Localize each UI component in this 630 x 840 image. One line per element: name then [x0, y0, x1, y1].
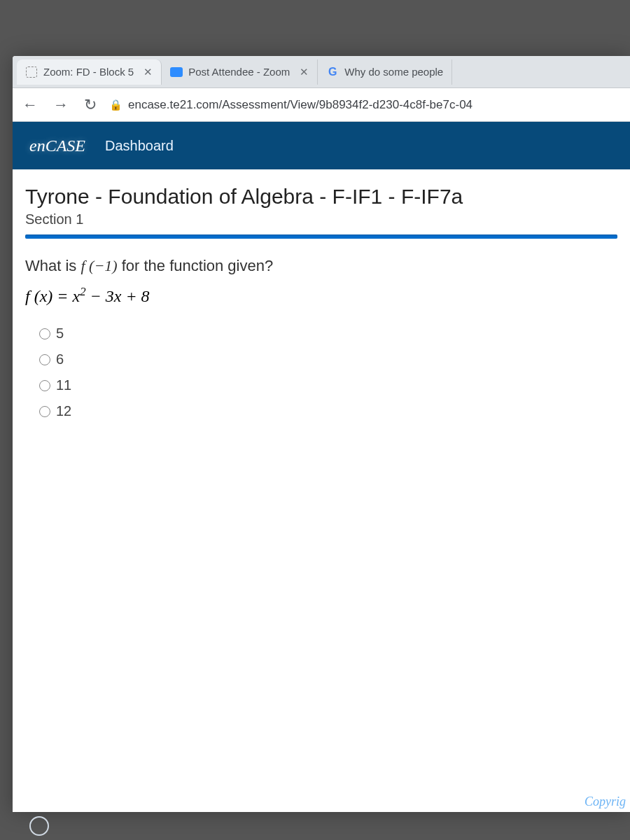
question-formula: f (x) = x2 − 3x + 8 — [25, 285, 617, 306]
close-icon[interactable]: ✕ — [144, 66, 153, 78]
radio-icon — [39, 328, 50, 340]
browser-toolbar: ← → ↻ 🔒 encase.te21.com/Assessment/View/… — [13, 88, 630, 122]
section-label: Section 1 — [25, 211, 617, 227]
google-icon: G — [326, 66, 339, 78]
answer-option-2[interactable]: 11 — [39, 377, 617, 393]
page-title: Tyrone - Foundation of Algebra - F-IF1 -… — [25, 185, 617, 209]
cortana-icon[interactable] — [29, 816, 49, 836]
tab-title: Zoom: FD - Block 5 — [43, 66, 134, 78]
answer-options: 5 6 11 12 — [25, 326, 617, 419]
browser-tab-2[interactable]: G Why do some people — [318, 59, 452, 85]
option-label: 12 — [56, 403, 71, 419]
browser-tab-1[interactable]: Post Attendee - Zoom ✕ — [162, 59, 318, 85]
answer-option-1[interactable]: 6 — [39, 351, 617, 368]
radio-icon — [39, 380, 50, 391]
radio-icon — [39, 354, 50, 365]
option-label: 5 — [56, 326, 64, 342]
copyright-text: Copyrig — [580, 792, 630, 812]
video-icon — [170, 66, 183, 78]
browser-tab-0[interactable]: Zoom: FD - Block 5 ✕ — [17, 59, 162, 85]
forward-button[interactable]: → — [50, 93, 71, 117]
tab-title: Why do some people — [344, 66, 443, 78]
tab-title: Post Attendee - Zoom — [188, 66, 290, 78]
app-logo[interactable]: enCASE — [29, 136, 85, 155]
question-text: What is f (−1) for the function given? — [25, 257, 617, 275]
back-button[interactable]: ← — [20, 93, 41, 117]
option-label: 6 — [56, 351, 64, 368]
lock-icon: 🔒 — [109, 99, 122, 111]
radio-icon — [39, 406, 50, 417]
answer-option-0[interactable]: 5 — [39, 326, 617, 342]
answer-option-3[interactable]: 12 — [39, 403, 617, 419]
zoom-dashed-icon — [25, 66, 38, 78]
app-header: enCASE Dashboard — [13, 122, 630, 169]
browser-tabstrip: Zoom: FD - Block 5 ✕ Post Attendee - Zoo… — [13, 56, 630, 88]
nav-dashboard[interactable]: Dashboard — [105, 138, 174, 154]
close-icon[interactable]: ✕ — [300, 66, 309, 78]
reload-button[interactable]: ↻ — [81, 93, 99, 117]
address-bar[interactable]: 🔒 encase.te21.com/Assessment/View/9b8934… — [109, 98, 623, 112]
assessment-content: Tyrone - Foundation of Algebra - F-IF1 -… — [13, 169, 630, 419]
section-divider — [25, 234, 617, 239]
option-label: 11 — [56, 377, 71, 393]
url-text: encase.te21.com/Assessment/View/9b8934f2… — [128, 98, 472, 112]
